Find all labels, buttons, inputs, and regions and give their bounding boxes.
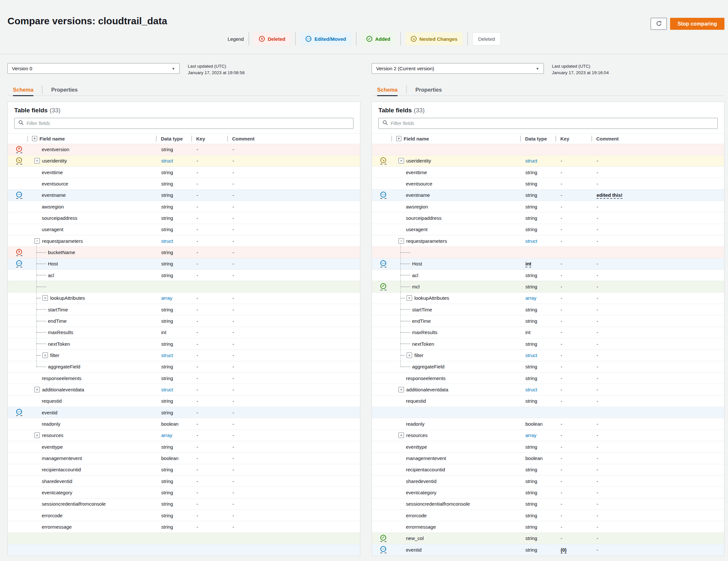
compare-versions-page: Compare versions: cloudtrail_data Stop c… [0,0,728,561]
added-icon[interactable]: ✓ [380,283,386,289]
table-fields-title: Table fields [14,107,48,114]
comment-value: - [232,432,234,438]
comment-value: - [597,547,598,553]
field-name-cell: eventcategory [27,490,156,495]
data-type[interactable]: struct [525,238,537,244]
expand-toggle[interactable]: + [42,353,48,358]
data-type[interactable]: struct [161,387,173,392]
legend-divider [400,32,401,45]
field-name: useragent [406,227,428,232]
expand-toggle[interactable]: + [398,158,404,163]
data-type-cell: string [156,398,191,404]
status-tooltip-dash [380,164,386,164]
comment-value-cell: - [227,181,360,186]
tab-properties[interactable]: Properties [415,84,442,95]
tab-properties[interactable]: Properties [51,84,78,95]
refresh-button[interactable] [651,18,667,30]
table-row: eventcategorystring-- [8,487,360,498]
key-value-cell: - [191,250,227,255]
legend-divider [249,32,249,45]
edited-icon[interactable]: ⋯ [16,192,22,197]
data-type[interactable]: struct [161,158,173,163]
comment-value: - [597,170,598,175]
data-type[interactable]: struct [525,353,537,358]
key-value: - [196,410,198,415]
field-name-cell: new_col [391,535,520,541]
data-type: string [161,261,173,266]
key-value[interactable]: (0) [561,547,566,554]
data-type-cell: string [156,307,191,312]
expand-toggle[interactable]: + [42,295,48,301]
field-name: Host [412,261,422,266]
expand-toggle[interactable]: + [34,158,40,163]
comment-value: - [232,158,234,163]
data-type[interactable]: struct [161,353,173,358]
edited-icon[interactable]: ⋯ [380,192,386,197]
collapse-toggle[interactable]: − [34,238,40,244]
expand-toggle[interactable]: + [407,295,412,301]
tree-leader [401,298,405,298]
field-name-cell: eventtype [27,444,156,450]
data-type[interactable]: array [161,432,172,438]
field-name: errormessage [42,524,72,530]
data-type[interactable]: array [161,295,172,301]
row-status-cell: ⋯ [8,409,27,416]
edited-icon[interactable]: ⋯ [380,260,386,266]
comment-value-cell: - [591,376,724,381]
edited-icon[interactable]: ⋯ [16,409,22,415]
collapse-toggle[interactable]: − [398,238,404,244]
comment-value: - [232,250,234,255]
edited-icon[interactable]: ⋯ [16,260,22,266]
expand-toggle[interactable]: + [34,432,40,438]
data-type-cell: string [520,341,555,347]
nested-icon[interactable]: ↘ [16,157,22,163]
key-value-cell: - [555,490,591,495]
data-type[interactable]: struct [161,238,173,244]
comment-value-cell: - [227,227,360,232]
data-type[interactable]: struct [525,158,537,163]
data-type[interactable]: array [525,295,536,301]
field-name: sessioncredentialfromconsole [42,501,106,507]
field-name: recipientaccountid [42,467,81,472]
table-row: sharedeventidstring-- [372,476,724,487]
tab-schema[interactable]: Schema [13,84,33,95]
tab-schema[interactable]: Schema [377,84,398,95]
version-select[interactable]: Version 2 (Current version) ▼ [372,63,544,74]
filter-input[interactable] [27,120,350,126]
expand-toggle[interactable]: + [398,432,404,438]
version-select[interactable]: Version 0 ▼ [7,63,180,74]
table-row: readonlyboolean-- [8,418,360,430]
field-name-cell: Host [391,261,520,266]
field-name-cell: sessioncredentialfromconsole [27,501,156,507]
added-icon[interactable]: ✓ [380,535,386,541]
data-type-cell: string [520,192,555,198]
version-select-value: Version 0 [12,66,32,71]
data-type-cell: string [156,170,191,175]
comment-value-cell: - [591,455,724,461]
key-value: - [561,501,562,507]
comment-value[interactable]: edited this! [597,192,622,199]
filter-field [378,118,718,129]
data-type[interactable]: int [525,261,531,267]
edited-icon[interactable]: ⋯ [380,546,386,552]
comment-value-cell: - [227,421,360,427]
data-type-cell: string [156,181,191,186]
deleted-icon[interactable]: × [16,249,22,255]
expand-toggle[interactable]: + [34,387,40,392]
key-value-cell: - [555,467,591,472]
expand-toggle[interactable]: + [398,387,404,392]
table-row: maxResultsint-- [372,327,724,338]
data-type-cell: string [520,204,555,209]
data-type[interactable]: array [525,432,536,438]
field-name: useridentity [406,158,431,163]
legend-items: ×Deleted⋯Edited/Moved✓Added↘Nested Chang… [244,32,500,45]
expand-toggle[interactable]: + [407,353,412,358]
filter-input[interactable] [391,120,714,126]
data-type-cell: string [156,501,191,507]
data-type[interactable]: struct [525,387,537,392]
table-row: requestidstring-- [8,396,360,407]
nested-icon[interactable]: ↘ [380,157,386,163]
deleted-icon[interactable]: × [16,146,22,152]
comment-value: - [597,444,598,450]
stop-comparing-button[interactable]: Stop comparing [670,18,724,30]
